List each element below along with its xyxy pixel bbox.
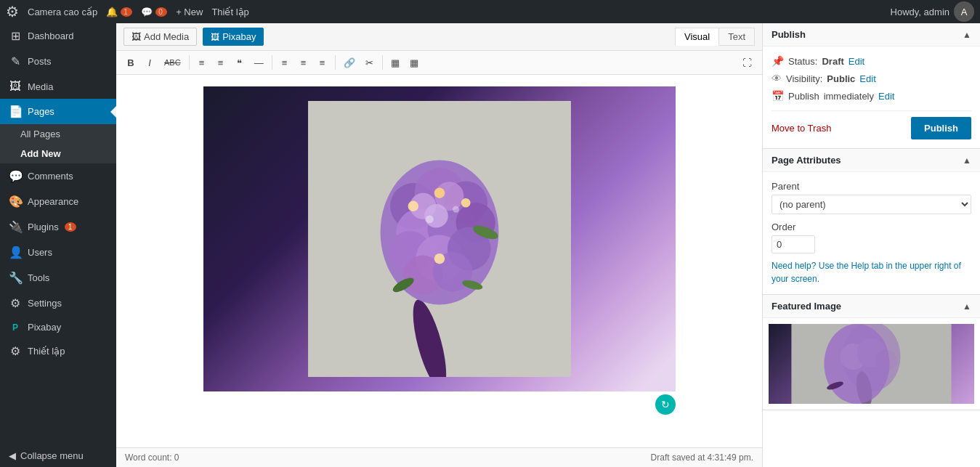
toolbar-hr[interactable]: — [250, 54, 268, 71]
svg-point-18 [434, 187, 444, 198]
sidebar-label-pixabay: Pixabay [28, 322, 61, 333]
visibility-value: Public [827, 73, 855, 84]
sidebar-item-dashboard[interactable]: ⊞ Dashboard [0, 23, 116, 49]
sidebar-label-media: Media [28, 81, 53, 92]
comment-icon: 💬 [141, 7, 153, 17]
wp-logo-icon[interactable]: ⚙ [6, 3, 19, 20]
parent-select[interactable]: (no parent) Home About [772, 195, 971, 214]
sidebar-item-pixabay[interactable]: P Pixabay [0, 316, 116, 338]
publish-section: Publish ▲ 📌 Status: Draft Edit 👁 Visibil… [763, 23, 980, 149]
collapse-menu-btn[interactable]: ◀ Collapse menu [0, 444, 116, 467]
toolbar-table2[interactable]: ▦ [405, 54, 423, 71]
visibility-icon: 👁 [772, 73, 782, 84]
sidebar-item-media[interactable]: 🖼 Media [0, 74, 116, 99]
settings-link[interactable]: Thiết lập [211, 7, 248, 17]
sidebar-subitem-all-pages[interactable]: All Pages [0, 124, 116, 144]
editor-footer: Word count: 0 Draft saved at 4:31:49 pm. [116, 447, 762, 467]
toolbar-align-right[interactable]: ≡ [314, 54, 331, 71]
notif1-badge: 1 [121, 7, 132, 17]
refresh-container: ↻ [203, 391, 676, 418]
draft-saved: Draft saved at 4:31:49 pm. [651, 452, 753, 463]
pixabay-btn-label: Pixabay [222, 31, 256, 42]
parent-label: Parent [772, 181, 971, 192]
editor-image [203, 86, 676, 391]
publish-time-edit-link[interactable]: Edit [878, 91, 894, 102]
add-media-label: Add Media [144, 31, 189, 42]
calendar-icon: 📅 [772, 90, 784, 102]
sidebar-item-appearance[interactable]: 🎨 Appearance [0, 189, 116, 214]
status-edit-link[interactable]: Edit [849, 56, 864, 67]
sidebar-item-thietlap[interactable]: ⚙ Thiết lập [0, 338, 116, 364]
featured-image-body [763, 318, 980, 410]
sidebar-item-plugins[interactable]: 🔌 Plugins 1 [0, 214, 116, 240]
sidebar-item-comments[interactable]: 💬 Comments [0, 163, 116, 189]
status-value: Draft [822, 56, 843, 67]
featured-image-header[interactable]: Featured Image ▲ [763, 295, 980, 318]
site-name-link[interactable]: Camera cao cấp [28, 7, 97, 17]
new-content-link[interactable]: + New [176, 7, 203, 17]
toolbar-align-center[interactable]: ≡ [295, 54, 312, 71]
featured-image-thumbnail[interactable] [769, 324, 974, 404]
word-count: Word count: 0 [125, 452, 179, 463]
howdy-link[interactable]: Howdy, admin [891, 7, 949, 17]
right-panel: Publish ▲ 📌 Status: Draft Edit 👁 Visibil… [762, 23, 980, 467]
sidebar-item-settings[interactable]: ⚙ Settings [0, 291, 116, 316]
sidebar-label-dashboard: Dashboard [28, 31, 74, 41]
sidebar-item-posts[interactable]: ✎ Posts [0, 49, 116, 74]
svg-point-17 [408, 201, 418, 211]
svg-point-19 [461, 198, 470, 208]
toolbar-blockquote[interactable]: ❝ [231, 54, 248, 71]
toolbar-unlink[interactable]: ✂ [361, 54, 378, 71]
sidebar: ⊞ Dashboard ✎ Posts 🖼 Media 📄 Pages All … [0, 23, 116, 467]
toolbar-sep4 [382, 55, 383, 70]
sidebar-label-settings: Settings [28, 298, 62, 309]
notif2-badge: 0 [155, 7, 167, 17]
sidebar-subitem-add-new[interactable]: Add New [0, 144, 116, 163]
sidebar-item-tools[interactable]: 🔧 Tools [0, 265, 116, 291]
add-media-button[interactable]: 🖼 Add Media [123, 28, 197, 46]
tab-visual[interactable]: Visual [675, 28, 718, 46]
sidebar-label-thietlap: Thiết lập [28, 346, 65, 357]
flower-svg [301, 101, 578, 377]
publish-time-row: 📅 Publish immediately Edit [772, 90, 971, 102]
publish-button[interactable]: Publish [911, 117, 971, 139]
page-attributes-header[interactable]: Page Attributes ▲ [763, 149, 980, 172]
toolbar-align-left[interactable]: ≡ [276, 54, 293, 71]
order-input[interactable] [772, 235, 815, 253]
thietlap-icon: ⚙ [9, 344, 22, 358]
top-bar-right: Howdy, admin A [891, 1, 974, 22]
visibility-edit-link[interactable]: Edit [859, 73, 875, 84]
toolbar-italic[interactable]: I [141, 54, 158, 71]
notifications-link[interactable]: 🔔 1 [106, 7, 132, 17]
editor-body[interactable]: ↻ [116, 75, 762, 447]
svg-point-20 [434, 253, 444, 264]
media-icon: 🖼 [9, 80, 22, 93]
publish-immediately-value: immediately [824, 91, 874, 102]
publish-section-header[interactable]: Publish ▲ [763, 23, 980, 46]
toolbar-table[interactable]: ▦ [386, 54, 404, 71]
pixabay-btn-icon: 🖼 [211, 32, 219, 42]
toolbar-ordered-list[interactable]: ≡ [212, 54, 230, 71]
comments-link[interactable]: 💬 0 [141, 7, 167, 17]
refresh-icon[interactable]: ↻ [655, 394, 676, 415]
toolbar-bold[interactable]: B [122, 54, 139, 71]
tab-text[interactable]: Text [718, 28, 755, 46]
toolbar-link[interactable]: 🔗 [339, 54, 360, 71]
avatar[interactable]: A [954, 1, 974, 22]
svg-point-34 [825, 324, 890, 404]
toolbar-fullscreen[interactable]: ⛶ [738, 54, 756, 71]
sidebar-item-pages[interactable]: 📄 Pages [0, 99, 116, 124]
publish-arrow-icon: ▲ [963, 30, 971, 40]
toolbar-sep3 [335, 55, 336, 70]
page-attributes-help: Need help? Use the Help tab in the upper… [772, 259, 971, 285]
toolbar-strikethrough[interactable]: ABC [160, 54, 185, 71]
sidebar-item-users[interactable]: 👤 Users [0, 240, 116, 265]
editor-image-container: ↻ [203, 86, 676, 418]
pages-arrow [110, 106, 116, 118]
toolbar-unordered-list[interactable]: ≡ [193, 54, 211, 71]
featured-image-arrow-icon: ▲ [963, 301, 971, 312]
move-to-trash-link[interactable]: Move to Trash [772, 123, 831, 134]
publish-section-body: 📌 Status: Draft Edit 👁 Visibility: Publi… [763, 46, 980, 148]
pixabay-button[interactable]: 🖼 Pixabay [203, 28, 264, 46]
featured-image-title: Featured Image [772, 301, 841, 312]
